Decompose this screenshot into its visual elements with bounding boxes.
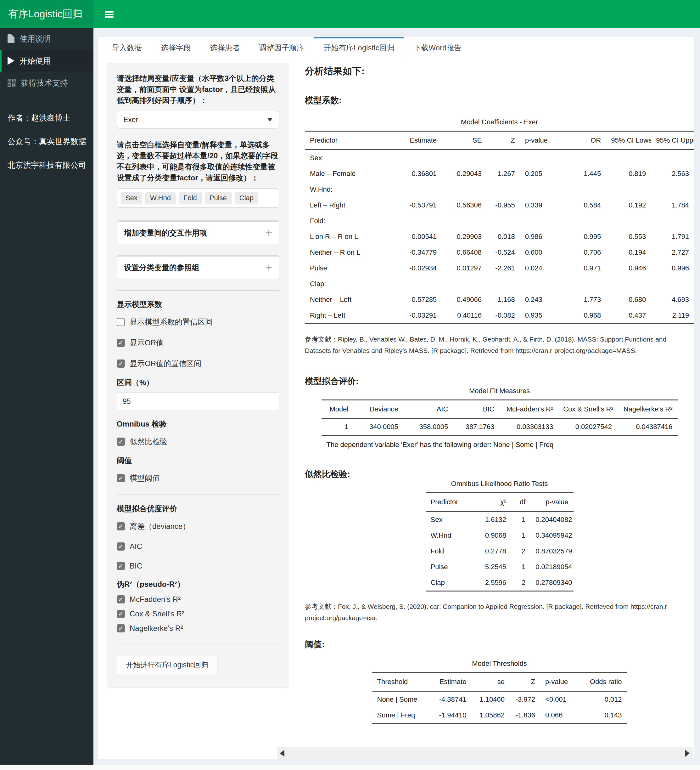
checkbox-icon: [117, 610, 125, 618]
table-cell: None | Some: [372, 691, 428, 707]
caret-down-icon: [267, 118, 273, 121]
table-cell: Pulse: [426, 559, 470, 575]
divider: [117, 644, 279, 644]
sidebar-item-tech-support[interactable]: 获得技术支持: [0, 72, 94, 94]
outcome-select[interactable]: Exer: [117, 111, 279, 128]
table-cell: 0.56306: [442, 197, 487, 213]
sidebar-item-get-started[interactable]: 开始使用: [0, 50, 94, 72]
column-header: Nagelkerke's R²: [617, 400, 677, 419]
omnibus-heading: Omnibus 检验: [117, 419, 279, 429]
column-header: AIC: [403, 400, 453, 419]
results-area: 分析结果如下: 模型系数: Model Coefficients - Exer …: [305, 63, 694, 724]
checkbox-icon: [117, 624, 125, 632]
table-row: W.Hnd0.906810.34095942: [426, 527, 574, 544]
table-cell: Neither – Left: [305, 292, 391, 307]
table-cell: 0.066: [540, 707, 576, 724]
predictor-chip[interactable]: Sex: [121, 192, 142, 204]
table-cell: [520, 182, 561, 197]
tab-download-word-report[interactable]: 下载Word报告: [404, 37, 471, 57]
tab-select-patients[interactable]: 选择患者: [200, 37, 250, 57]
table-cell: W.Hnd: [426, 527, 470, 544]
table-cell: [651, 150, 694, 166]
table-row: Fold0.277820.87032579: [426, 544, 574, 559]
page-bottom-scrollbar[interactable]: [0, 765, 700, 770]
table-cell: 0.20404082: [531, 511, 573, 528]
table-cell: 0.968: [561, 307, 606, 324]
reference-group-collapse[interactable]: 设置分类变量的参照组 +: [117, 255, 279, 279]
sidebar-item-instructions[interactable]: 使用说明: [0, 28, 94, 50]
sidebar-item-label: 获得技术支持: [21, 78, 68, 88]
checkbox-deviance[interactable]: 离差（deviance）: [117, 521, 279, 531]
interval-input[interactable]: [117, 393, 279, 410]
tab-import-data[interactable]: 导入数据: [102, 37, 151, 57]
table-cell: 0.03303133: [499, 419, 558, 435]
run-regression-button[interactable]: 开始进行有序Logistic回归: [117, 655, 218, 675]
outcome-label: 请选择结局变量/应变量（水平数3个以上的分类变量，前面页面中 设置为factor…: [117, 73, 279, 106]
table-title: Omnibus Likelihood Ratio Tests: [426, 480, 574, 488]
table-cell: 1.445: [561, 166, 606, 182]
table-cell: 0.986: [520, 229, 561, 244]
pseudo-r2-heading: 伪R²（pseudo-R²）: [117, 579, 279, 589]
table-cell: 1.05862: [471, 707, 510, 724]
table-cell: Fold:: [305, 213, 391, 229]
checkbox-model-threshold[interactable]: 模型阈值: [117, 473, 279, 483]
predictor-chip[interactable]: W.Hnd: [145, 192, 176, 204]
table-cell: 0.29903: [442, 229, 487, 244]
table-cell: -0.018: [487, 229, 520, 244]
column-header: Odds ratio: [576, 672, 627, 691]
column-header: df: [511, 493, 531, 511]
tab-run-ordinal-logistic[interactable]: 开始有序Logistic回归: [314, 37, 404, 57]
predictors-multiselect[interactable]: Sex W.Hnd Fold Pulse Clap: [117, 188, 279, 208]
table-cell: [487, 213, 520, 229]
fit-table-footnote: The dependent variable 'Exer' has the fo…: [321, 441, 677, 449]
table-cell: [651, 276, 694, 292]
table-cell: [606, 150, 651, 166]
column-header: p-value: [540, 672, 576, 691]
table-cell: 4.693: [651, 292, 694, 307]
table-cell: 0.02189054: [531, 559, 573, 575]
checkbox-bic[interactable]: BIC: [117, 561, 279, 570]
checkbox-or-ci[interactable]: 显示OR值的置信区间: [117, 359, 279, 369]
table-cell: [520, 213, 561, 229]
table-cell: -0.02934: [391, 260, 442, 276]
table-cell: Some | Freq: [372, 707, 428, 724]
table-title: Model Fit Measures: [321, 387, 677, 395]
predictor-chip[interactable]: Clap: [235, 192, 258, 204]
lrt-section-heading: 似然比检验:: [305, 468, 694, 480]
table-cell: [561, 150, 606, 166]
predictor-chip[interactable]: Pulse: [205, 192, 232, 204]
table-cell: [391, 150, 442, 166]
divider: [117, 495, 279, 495]
column-header: Predictor: [426, 493, 470, 511]
predictor-chip[interactable]: Fold: [179, 192, 202, 204]
table-cell: [442, 276, 487, 292]
omnibus-table: Predictorχ²dfp-valueSex1.613210.20404082…: [426, 492, 574, 592]
checkbox-coef-ci[interactable]: 显示模型系数的置信区间: [117, 317, 279, 327]
checkbox-mcfadden[interactable]: McFadden's R²: [117, 595, 279, 604]
checkbox-cox-snell[interactable]: Cox & Snell's R²: [117, 610, 279, 618]
table-cell: [487, 276, 520, 292]
checkbox-or[interactable]: 显示OR值: [117, 338, 279, 348]
table-cell: -0.524: [487, 244, 520, 260]
scroll-left-arrow[interactable]: [280, 750, 284, 757]
checkbox-nagelkerke[interactable]: Nagelkerke's R²: [117, 624, 279, 633]
scroll-right-arrow[interactable]: [685, 750, 690, 757]
table-cell: 0.192: [606, 197, 651, 213]
checkbox-lrt[interactable]: 似然比检验: [117, 437, 279, 447]
tab-adjust-factor-order[interactable]: 调整因子顺序: [250, 37, 314, 57]
table-cell: 358.0005: [403, 419, 453, 435]
interactions-collapse[interactable]: 增加变量间的交互作用项 +: [117, 220, 279, 244]
table-cell: 0.27809340: [531, 575, 573, 591]
table-cell: -2.261: [487, 260, 520, 276]
column-header: se: [471, 672, 510, 691]
tab-select-fields[interactable]: 选择字段: [151, 37, 200, 57]
hamburger-icon[interactable]: [100, 8, 119, 19]
fit-heading: 模型拟合优度评价: [117, 504, 279, 514]
author-line: 作者：赵洪鑫博士: [8, 113, 94, 123]
table-row: Some | Freq-1.944101.05862-1.8360.0660.1…: [372, 707, 627, 724]
plus-icon: +: [266, 227, 272, 239]
table-cell: 2.727: [651, 244, 694, 260]
horizontal-scrollbar[interactable]: [277, 747, 693, 759]
sidebar-item-label: 使用说明: [19, 34, 51, 44]
checkbox-aic[interactable]: AIC: [117, 542, 279, 551]
